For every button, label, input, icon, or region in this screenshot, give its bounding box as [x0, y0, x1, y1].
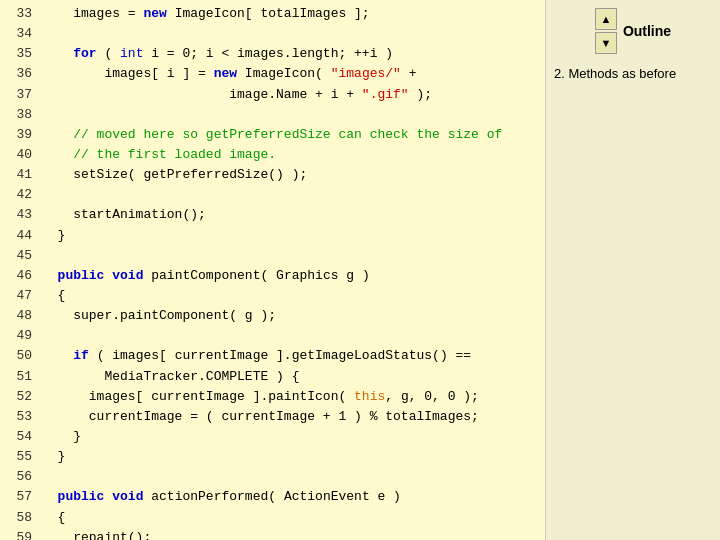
- line-number: 50: [0, 346, 42, 366]
- code-text: repaint();: [42, 528, 151, 540]
- code-text: }: [42, 447, 65, 467]
- table-row: 40 // the first loaded image.: [0, 145, 545, 165]
- line-number: 33: [0, 4, 42, 24]
- methods-label: 2. Methods as before: [546, 66, 720, 81]
- table-row: 51 MediaTracker.COMPLETE ) {: [0, 367, 545, 387]
- line-number: 43: [0, 205, 42, 225]
- code-text: currentImage = ( currentImage + 1 ) % to…: [42, 407, 479, 427]
- table-row: 59 repaint();: [0, 528, 545, 540]
- code-text: public void actionPerformed( ActionEvent…: [42, 487, 401, 507]
- line-number: 53: [0, 407, 42, 427]
- line-number: 55: [0, 447, 42, 467]
- table-row: 48 super.paintComponent( g );: [0, 306, 545, 326]
- table-row: 34: [0, 24, 545, 44]
- table-row: 58 {: [0, 508, 545, 528]
- line-number: 38: [0, 105, 42, 125]
- table-row: 33 images = new ImageIcon[ totalImages ]…: [0, 4, 545, 24]
- outline-controls: ▲ ▼ Outline: [595, 8, 671, 54]
- code-editor: 33 images = new ImageIcon[ totalImages ]…: [0, 0, 545, 540]
- line-number: 41: [0, 165, 42, 185]
- line-number: 46: [0, 266, 42, 286]
- code-text: // the first loaded image.: [42, 145, 276, 165]
- code-text: startAnimation();: [42, 205, 206, 225]
- line-number: 58: [0, 508, 42, 528]
- line-number: 40: [0, 145, 42, 165]
- line-number: 42: [0, 185, 42, 205]
- line-number: 56: [0, 467, 42, 487]
- code-text: // moved here so getPreferredSize can ch…: [42, 125, 502, 145]
- down-arrow-button[interactable]: ▼: [595, 32, 617, 54]
- code-text: images[ i ] = new ImageIcon( "images/" +: [42, 64, 417, 84]
- table-row: 49: [0, 326, 545, 346]
- table-row: 39 // moved here so getPreferredSize can…: [0, 125, 545, 145]
- right-panel: ▲ ▼ Outline 2. Methods as before: [545, 0, 720, 540]
- line-number: 45: [0, 246, 42, 266]
- line-number: 52: [0, 387, 42, 407]
- table-row: 38: [0, 105, 545, 125]
- line-number: 54: [0, 427, 42, 447]
- line-number: 44: [0, 226, 42, 246]
- table-row: 50 if ( images[ currentImage ].getImageL…: [0, 346, 545, 366]
- code-text: {: [42, 286, 65, 306]
- line-number: 59: [0, 528, 42, 540]
- table-row: 54 }: [0, 427, 545, 447]
- code-text: if ( images[ currentImage ].getImageLoad…: [42, 346, 471, 366]
- table-row: 46 public void paintComponent( Graphics …: [0, 266, 545, 286]
- code-text: }: [42, 226, 65, 246]
- line-number: 48: [0, 306, 42, 326]
- table-row: 37 image.Name + i + ".gif" );: [0, 85, 545, 105]
- code-text: MediaTracker.COMPLETE ) {: [42, 367, 299, 387]
- line-number: 47: [0, 286, 42, 306]
- table-row: 43 startAnimation();: [0, 205, 545, 225]
- table-row: 35 for ( int i = 0; i < images.length; +…: [0, 44, 545, 64]
- code-text: images = new ImageIcon[ totalImages ];: [42, 4, 370, 24]
- code-text: for ( int i = 0; i < images.length; ++i …: [42, 44, 393, 64]
- code-text: {: [42, 508, 65, 528]
- line-number: 49: [0, 326, 42, 346]
- table-row: 41 setSize( getPreferredSize() );: [0, 165, 545, 185]
- up-arrow-button[interactable]: ▲: [595, 8, 617, 30]
- outline-label: Outline: [623, 23, 671, 39]
- table-row: 44 }: [0, 226, 545, 246]
- code-text: setSize( getPreferredSize() );: [42, 165, 307, 185]
- table-row: 36 images[ i ] = new ImageIcon( "images/…: [0, 64, 545, 84]
- table-row: 57 public void actionPerformed( ActionEv…: [0, 487, 545, 507]
- table-row: 56: [0, 467, 545, 487]
- code-text: super.paintComponent( g );: [42, 306, 276, 326]
- line-number: 34: [0, 24, 42, 44]
- table-row: 55 }: [0, 447, 545, 467]
- code-text: public void paintComponent( Graphics g ): [42, 266, 370, 286]
- table-row: 42: [0, 185, 545, 205]
- arrow-buttons: ▲ ▼: [595, 8, 617, 54]
- line-number: 35: [0, 44, 42, 64]
- code-text: }: [42, 427, 81, 447]
- line-number: 57: [0, 487, 42, 507]
- line-number: 37: [0, 85, 42, 105]
- code-text: images[ currentImage ].paintIcon( this, …: [42, 387, 479, 407]
- code-text: image.Name + i + ".gif" );: [42, 85, 432, 105]
- line-number: 36: [0, 64, 42, 84]
- table-row: 45: [0, 246, 545, 266]
- table-row: 52 images[ currentImage ].paintIcon( thi…: [0, 387, 545, 407]
- table-row: 53 currentImage = ( currentImage + 1 ) %…: [0, 407, 545, 427]
- line-number: 39: [0, 125, 42, 145]
- line-number: 51: [0, 367, 42, 387]
- table-row: 47 {: [0, 286, 545, 306]
